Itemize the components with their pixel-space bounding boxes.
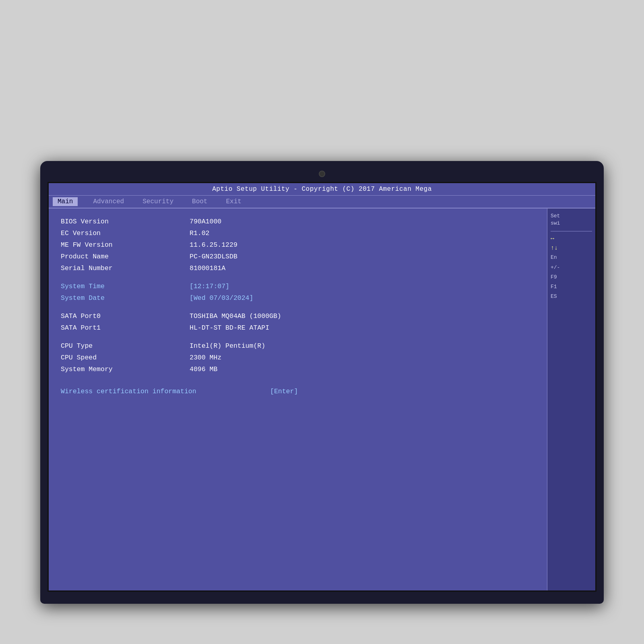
menu-boot[interactable]: Boot xyxy=(189,197,211,206)
label-cpu-speed: CPU Speed xyxy=(61,354,190,361)
label-system-memory: System Memory xyxy=(61,365,190,373)
value-sata-port1: HL-DT-ST BD-RE ATAPI xyxy=(190,324,269,332)
spacer-1 xyxy=(61,274,535,281)
sidebar-key-esc: ES xyxy=(551,293,592,300)
screen-bezel: Aptio Setup Utility - Copyright (C) 2017… xyxy=(47,182,597,592)
label-cpu-type: CPU Type xyxy=(61,342,190,350)
bios-row-serial-number: Serial Number 81000181A xyxy=(61,262,535,274)
bios-row-system-date[interactable]: System Date [Wed 07/03/2024] xyxy=(61,292,535,304)
bios-row-cpu-speed: CPU Speed 2300 MHz xyxy=(61,352,535,363)
bios-row-ec-version: EC Version R1.02 xyxy=(61,227,535,239)
label-sata-port0: SATA Port0 xyxy=(61,312,190,320)
label-bios-version: BIOS Version xyxy=(61,218,190,225)
value-sata-port0: TOSHIBA MQ04AB (1000GB) xyxy=(190,312,281,320)
sidebar-key-plusminus: +/- xyxy=(551,264,592,271)
sidebar-key-enter: En xyxy=(551,254,592,261)
bios-row-cpu-type: CPU Type Intel(R) Pentium(R) xyxy=(61,340,535,352)
bios-menu-bar[interactable]: Main Advanced Security Boot Exit xyxy=(49,196,595,208)
value-system-date: [Wed 07/03/2024] xyxy=(190,294,253,302)
value-cpu-speed: 2300 MHz xyxy=(190,354,221,361)
spacer-2 xyxy=(61,304,535,310)
value-system-memory: 4096 MB xyxy=(190,365,217,373)
value-serial-number: 81000181A xyxy=(190,264,225,272)
bios-row-sata1: SATA Port1 HL-DT-ST BD-RE ATAPI xyxy=(61,322,535,334)
value-system-time: [12:17:07] xyxy=(190,283,229,290)
label-wireless: Wireless certification information xyxy=(61,388,270,395)
laptop-top-bar xyxy=(47,168,597,180)
sidebar-key-arrows-lr: ↔ xyxy=(551,235,592,242)
menu-security[interactable]: Security xyxy=(139,197,177,206)
spacer-4 xyxy=(61,375,535,382)
bios-row-bios-version: BIOS Version 790A1000 xyxy=(61,216,535,227)
menu-advanced[interactable]: Advanced xyxy=(90,197,127,206)
sidebar-divider xyxy=(551,231,592,231)
bios-row-wireless[interactable]: Wireless certification information [Ente… xyxy=(61,386,535,397)
bios-title-bar: Aptio Setup Utility - Copyright (C) 2017… xyxy=(49,183,595,196)
sidebar-key-f1: F1 xyxy=(551,283,592,291)
value-bios-version: 790A1000 xyxy=(190,218,221,225)
bios-content: BIOS Version 790A1000 EC Version R1.02 M… xyxy=(49,208,595,590)
value-cpu-type: Intel(R) Pentium(R) xyxy=(190,342,265,350)
menu-main[interactable]: Main xyxy=(53,197,78,206)
value-me-fw: 11.6.25.1229 xyxy=(190,241,237,249)
arrow-lr-icon: ↔ xyxy=(551,235,554,242)
sidebar-key-f9: F9 xyxy=(551,274,592,281)
label-serial-number: Serial Number xyxy=(61,264,190,272)
sidebar-help-text: Setswi xyxy=(551,213,592,227)
menu-exit[interactable]: Exit xyxy=(223,197,244,206)
spacer-3 xyxy=(61,334,535,340)
bios-row-system-time[interactable]: System Time [12:17:07] xyxy=(61,281,535,292)
label-ec-version: EC Version xyxy=(61,229,190,237)
laptop-camera xyxy=(319,171,325,177)
label-system-time: System Time xyxy=(61,283,190,290)
bios-row-me-fw: ME FW Version 11.6.25.1229 xyxy=(61,239,535,251)
value-ec-version: R1.02 xyxy=(190,229,210,237)
label-sata-port1: SATA Port1 xyxy=(61,324,190,332)
bios-row-product-name: Product Name PC-GN23DLSDB xyxy=(61,251,535,262)
laptop-body: Aptio Setup Utility - Copyright (C) 2017… xyxy=(40,161,604,604)
bios-screen: Aptio Setup Utility - Copyright (C) 2017… xyxy=(49,183,595,590)
bios-row-sata0: SATA Port0 TOSHIBA MQ04AB (1000GB) xyxy=(61,310,535,322)
label-me-fw: ME FW Version xyxy=(61,241,190,249)
bios-row-system-memory: System Memory 4096 MB xyxy=(61,363,535,375)
label-product-name: Product Name xyxy=(61,253,190,260)
value-product-name: PC-GN23DLSDB xyxy=(190,253,237,260)
bios-title-text: Aptio Setup Utility - Copyright (C) 2017… xyxy=(212,186,431,193)
label-system-date: System Date xyxy=(61,294,190,302)
bios-sidebar: Setswi ↔ ↑↓ En +/- F9 F1 ES xyxy=(547,208,595,590)
arrow-ud-icon: ↑↓ xyxy=(551,245,558,252)
sidebar-key-arrows-ud: ↑↓ xyxy=(551,245,592,252)
bios-main-panel: BIOS Version 790A1000 EC Version R1.02 M… xyxy=(49,208,547,590)
value-wireless: [Enter] xyxy=(270,388,298,395)
